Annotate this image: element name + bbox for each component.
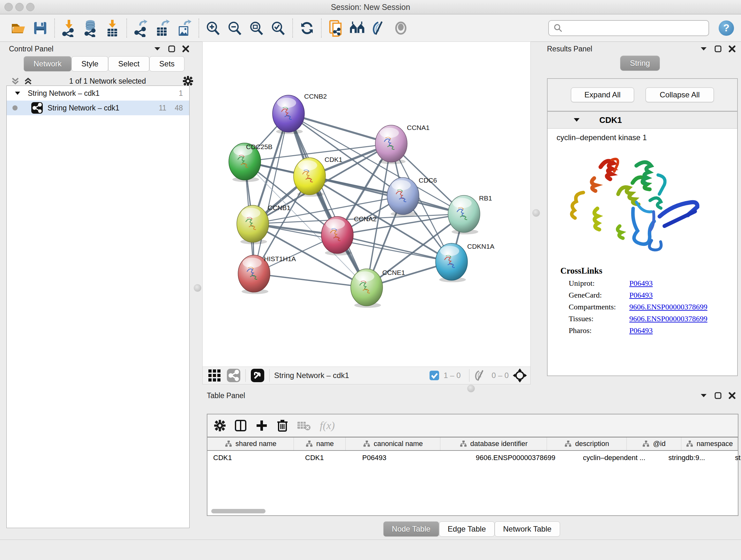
node-CCNA1[interactable] bbox=[375, 125, 407, 164]
zoom-out-icon[interactable] bbox=[226, 20, 243, 37]
collection-expand-arrow-icon[interactable] bbox=[14, 90, 21, 96]
expand-all-button[interactable]: Expand All bbox=[571, 87, 634, 102]
left-splitter-handle[interactable] bbox=[194, 284, 201, 292]
cell-shared-name[interactable]: CDK1 bbox=[207, 451, 299, 465]
annotations-icon[interactable] bbox=[327, 20, 344, 37]
table-header-row: shared namenamecanonical namedatabase id… bbox=[207, 437, 738, 451]
network-collection-row[interactable]: String Network – cdk1 1 bbox=[7, 86, 189, 101]
search-field[interactable] bbox=[548, 20, 709, 36]
refresh-view-icon[interactable] bbox=[299, 20, 315, 37]
cell-description[interactable]: cyclin–dependent ... bbox=[569, 451, 654, 465]
collapse-all-button[interactable]: Collapse All bbox=[646, 87, 714, 102]
network-options-gear-icon[interactable] bbox=[183, 76, 193, 86]
section-collapse-arrow-icon[interactable] bbox=[573, 117, 580, 123]
crosslinks-title: CrossLinks bbox=[560, 266, 737, 276]
node-label-CDC6: CDC6 bbox=[419, 177, 437, 184]
network-canvas[interactable]: CCNB2CCNA1CDC25BCDK1CDC6RB1CCNB1CCNA2CDK… bbox=[202, 42, 531, 367]
selected-checkbox-icon[interactable] bbox=[429, 370, 440, 381]
import-table-icon[interactable] bbox=[104, 20, 121, 37]
crosslink-link[interactable]: 9606.ENSP00000378699 bbox=[629, 314, 708, 323]
column-header-shared-name[interactable]: shared name bbox=[207, 437, 294, 450]
import-network-from-database-icon[interactable] bbox=[82, 20, 99, 37]
string-panel-toggle-icon[interactable] bbox=[226, 368, 241, 383]
column-header-database-identifier[interactable]: database identifier bbox=[441, 437, 547, 450]
right-splitter-handle[interactable] bbox=[532, 209, 540, 217]
node-CCNB2[interactable] bbox=[273, 95, 305, 134]
add-column-icon[interactable] bbox=[255, 419, 268, 432]
zoom-fit-icon[interactable] bbox=[248, 20, 265, 37]
cdk1-section-header[interactable]: CDK1 bbox=[548, 112, 737, 129]
node-CCNB1[interactable] bbox=[237, 205, 269, 244]
results-panel-float-icon[interactable] bbox=[714, 45, 722, 53]
expand-all-icon[interactable] bbox=[23, 77, 32, 85]
export-image-icon[interactable] bbox=[176, 20, 193, 37]
application-window: Session: New Session bbox=[0, 0, 741, 560]
table-panel-float-icon[interactable] bbox=[714, 392, 722, 399]
crosslink-row: Compartments:9606.ENSP00000378699 bbox=[569, 303, 737, 311]
column-header-canonical-name[interactable]: canonical name bbox=[346, 437, 441, 450]
birdseye-toggle-icon[interactable] bbox=[207, 368, 222, 383]
export-network-icon[interactable] bbox=[133, 20, 149, 37]
network-row-selected[interactable]: String Network – cdk1 11 48 bbox=[7, 101, 189, 115]
zoom-selected-icon[interactable] bbox=[270, 20, 286, 37]
open-in-window-icon[interactable] bbox=[250, 368, 265, 383]
collapse-all-icon[interactable] bbox=[11, 77, 20, 85]
column-header--id[interactable]: @id bbox=[627, 437, 681, 450]
save-session-icon[interactable] bbox=[32, 20, 49, 37]
function-builder-icon-disabled[interactable]: f(x) bbox=[320, 420, 335, 432]
table-panel-menu-icon[interactable] bbox=[699, 391, 708, 400]
control-panel-float-icon[interactable] bbox=[168, 45, 176, 53]
crosslink-link[interactable]: 9606.ENSP00000378699 bbox=[629, 303, 708, 311]
results-panel-close-icon[interactable] bbox=[728, 45, 736, 53]
column-header-name[interactable]: name bbox=[294, 437, 346, 450]
cell-database-identifier[interactable]: 9606.ENSP00000378699 bbox=[457, 451, 569, 465]
table-options-gear-icon[interactable] bbox=[214, 420, 226, 432]
table-panel-close-icon[interactable] bbox=[728, 392, 736, 399]
gene-name: CDK1 bbox=[599, 115, 622, 125]
tab-style[interactable]: Style bbox=[71, 56, 108, 71]
cell--id[interactable]: stringdb:9... bbox=[654, 451, 714, 465]
collection-label: String Network – cdk1 bbox=[28, 89, 99, 98]
node-CDK1[interactable] bbox=[293, 158, 326, 197]
help-button[interactable]: ? bbox=[719, 20, 734, 36]
tab-node-table[interactable]: Node Table bbox=[383, 521, 439, 537]
control-panel-close-icon[interactable] bbox=[182, 45, 190, 53]
search-input[interactable] bbox=[566, 23, 709, 33]
tab-string[interactable]: String bbox=[620, 56, 660, 71]
control-panel-menu-icon[interactable] bbox=[153, 45, 161, 53]
export-table-icon[interactable] bbox=[154, 20, 171, 37]
column-header-description[interactable]: description bbox=[547, 437, 627, 450]
node-CCNE1[interactable] bbox=[351, 269, 383, 308]
cell-canonical-name[interactable]: P06493 bbox=[356, 451, 457, 465]
crosslink-link[interactable]: P06493 bbox=[629, 326, 653, 335]
delete-column-icon[interactable] bbox=[276, 419, 288, 432]
open-session-icon[interactable] bbox=[10, 20, 27, 37]
tab-select[interactable]: Select bbox=[108, 56, 149, 71]
cell-namespace[interactable]: stringdb bbox=[714, 451, 741, 465]
horizontal-scrollbar-thumb[interactable] bbox=[211, 509, 266, 513]
show-columns-icon[interactable] bbox=[234, 419, 247, 432]
birds-eye-view-icon[interactable] bbox=[349, 20, 366, 37]
delete-table-icon-disabled[interactable] bbox=[297, 420, 312, 431]
cell-name[interactable]: CDK1 bbox=[299, 451, 356, 465]
fit-selected-crosshair-icon[interactable] bbox=[513, 368, 527, 383]
hide-graphics-icon[interactable] bbox=[371, 20, 387, 37]
tab-sets[interactable]: Sets bbox=[149, 56, 185, 71]
network-label: String Network – cdk1 bbox=[48, 104, 119, 112]
column-header-namespace[interactable]: namespace bbox=[681, 437, 738, 450]
results-panel-menu-icon[interactable] bbox=[699, 45, 708, 53]
tab-edge-table[interactable]: Edge Table bbox=[439, 521, 495, 537]
hidden-eye-slash-icon[interactable] bbox=[474, 370, 488, 381]
tab-network-table[interactable]: Network Table bbox=[495, 521, 560, 537]
crosslinks-list: Uniprot:P06493GeneCard:P06493Compartment… bbox=[548, 279, 737, 335]
control-panel-title: Control Panel bbox=[9, 45, 53, 53]
crosslink-link[interactable]: P06493 bbox=[629, 291, 653, 300]
node-CDKN1A[interactable] bbox=[435, 243, 468, 282]
import-network-icon[interactable] bbox=[61, 20, 77, 37]
zoom-in-icon[interactable] bbox=[205, 20, 221, 37]
node-RB1[interactable] bbox=[448, 195, 480, 234]
show-graphics-icon[interactable] bbox=[393, 20, 409, 37]
tab-network[interactable]: Network bbox=[23, 56, 71, 71]
table-data-row[interactable]: CDK1CDK1P064939606.ENSP00000378699cyclin… bbox=[207, 451, 738, 465]
crosslink-link[interactable]: P06493 bbox=[629, 279, 653, 288]
